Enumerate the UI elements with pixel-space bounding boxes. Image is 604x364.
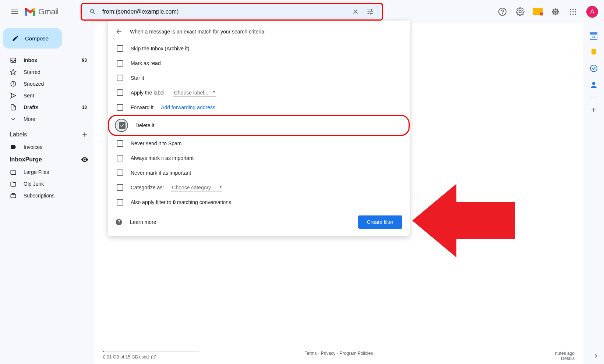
create-filter-button[interactable]: Create filter — [358, 215, 402, 229]
filter-never-important[interactable]: Never mark it as important — [108, 165, 410, 180]
mail-notification-button[interactable] — [530, 4, 545, 19]
svg-point-13 — [557, 13, 558, 15]
tasks-app-button[interactable] — [590, 65, 597, 72]
add-label-button[interactable] — [81, 131, 88, 138]
svg-rect-4 — [540, 13, 543, 15]
search-clear-button[interactable] — [348, 4, 363, 19]
sidebar-item-starred[interactable]: Starred — [0, 66, 91, 78]
sidebar-item-drafts[interactable]: Drafts13 — [0, 101, 91, 113]
draft-icon — [10, 104, 17, 111]
compose-button[interactable]: Compose — [3, 28, 62, 49]
details-link[interactable]: Details — [555, 356, 575, 361]
svg-point-7 — [555, 14, 557, 15]
filter-always-important[interactable]: Always mark it as important — [108, 151, 410, 165]
gmail-text: Gmail — [38, 7, 59, 17]
filter-categorize[interactable]: Categorize as:Choose category... — [108, 180, 410, 195]
search-input[interactable] — [99, 8, 348, 15]
calendar-app-button[interactable]: 31 — [590, 32, 597, 40]
filter-actions-panel: When a message is an exact match for you… — [108, 21, 410, 236]
svg-marker-33 — [412, 184, 515, 257]
search-icon — [89, 8, 96, 15]
clock-icon — [10, 81, 17, 87]
checkbox[interactable] — [117, 184, 123, 191]
category-select[interactable]: Choose category... — [171, 184, 222, 192]
svg-point-14 — [570, 9, 571, 10]
checkbox[interactable] — [117, 104, 123, 111]
checkbox[interactable] — [117, 199, 123, 206]
sidebar-item-sent[interactable]: Sent — [0, 90, 91, 101]
policies-link[interactable]: Program Policies — [340, 351, 373, 356]
sidebar-label-invoices[interactable]: Invoices — [0, 141, 91, 153]
sidebar-ext-large-files[interactable]: Large Files — [0, 166, 91, 178]
apps-button[interactable] — [566, 4, 580, 19]
keep-app-button[interactable] — [590, 49, 597, 56]
svg-rect-30 — [593, 54, 595, 54]
filter-forward-it[interactable]: Forward itAdd forwarding address — [108, 100, 410, 115]
svg-point-32 — [592, 82, 595, 85]
check-icon — [120, 123, 125, 128]
svg-marker-24 — [11, 69, 16, 75]
privacy-link[interactable]: Privacy — [321, 351, 335, 356]
checkbox[interactable] — [117, 89, 123, 96]
svg-point-15 — [572, 9, 573, 10]
checkbox[interactable] — [117, 155, 123, 161]
filter-never-spam[interactable]: Never send it to Spam — [108, 136, 410, 151]
search-button[interactable] — [86, 5, 99, 18]
sidebar: Compose Inbox93 Starred Snoozed Sent Dra… — [0, 24, 94, 364]
gear-icon — [516, 7, 524, 16]
settings-button[interactable] — [513, 4, 527, 19]
filter-mark-read[interactable]: Mark as read — [108, 56, 410, 71]
learn-more-link[interactable]: Learn more — [115, 218, 156, 226]
side-panel-toggle[interactable] — [592, 352, 600, 360]
gmail-logo[interactable]: Gmail — [25, 7, 59, 17]
support-button[interactable] — [495, 4, 510, 19]
filter-skip-inbox[interactable]: Skip the Inbox (Archive it) — [108, 41, 410, 56]
contacts-app-button[interactable] — [590, 81, 597, 88]
svg-point-20 — [570, 14, 571, 15]
add-forwarding-link[interactable]: Add forwarding address — [161, 104, 215, 110]
footer-activity: nutes ago Details — [555, 351, 575, 361]
filter-apply-existing[interactable]: Also apply filter to 0 matching conversa… — [108, 195, 410, 210]
extension-button[interactable] — [548, 4, 563, 19]
contacts-icon — [590, 81, 597, 88]
filter-apply-label[interactable]: Apply the label:Choose label... — [108, 85, 410, 100]
sidebar-ext-old-junk[interactable]: Old Junk — [0, 178, 91, 190]
sidebar-item-snoozed[interactable]: Snoozed — [0, 78, 91, 90]
sidebar-item-inbox[interactable]: Inbox93 — [0, 54, 91, 66]
sidebar-ext-subscriptions[interactable]: Subscriptions — [0, 190, 91, 201]
open-in-new-icon[interactable] — [151, 354, 156, 360]
search-options-button[interactable] — [363, 4, 378, 19]
inboxpurge-header[interactable]: InboxPurge — [0, 153, 94, 166]
hamburger-icon — [10, 7, 19, 16]
arrow-left-icon — [412, 180, 515, 261]
checkbox[interactable] — [117, 60, 123, 67]
folder-icon — [10, 181, 17, 187]
filter-delete-it[interactable]: Delete it — [108, 115, 410, 136]
checkbox[interactable] — [117, 140, 123, 147]
checkbox-checked[interactable] — [115, 119, 128, 132]
svg-point-9 — [557, 11, 559, 13]
panel-back-button[interactable] — [115, 28, 123, 35]
folder-icon — [10, 169, 17, 175]
svg-point-11 — [557, 9, 558, 11]
svg-point-21 — [572, 14, 573, 15]
svg-point-2 — [519, 11, 521, 13]
account-avatar[interactable]: A — [586, 6, 598, 18]
checkbox[interactable] — [117, 75, 123, 81]
panel-title: When a message is an exact match for you… — [130, 29, 266, 35]
checkbox[interactable] — [117, 45, 123, 52]
chevron-down-icon — [10, 116, 17, 122]
flower-icon — [551, 7, 560, 16]
main-menu-button[interactable] — [6, 3, 24, 21]
eye-icon — [81, 156, 88, 163]
compose-label: Compose — [25, 35, 49, 42]
label-select[interactable]: Choose label... — [173, 89, 216, 97]
add-app-button[interactable] — [590, 106, 597, 114]
calendar-icon: 31 — [590, 32, 597, 40]
terms-link[interactable]: Terms — [305, 351, 317, 356]
labels-header: Labels — [0, 125, 94, 141]
checkbox[interactable] — [117, 169, 123, 176]
sidebar-item-more[interactable]: More — [0, 113, 91, 125]
filter-star-it[interactable]: Star it — [108, 71, 410, 85]
svg-point-16 — [575, 9, 576, 10]
